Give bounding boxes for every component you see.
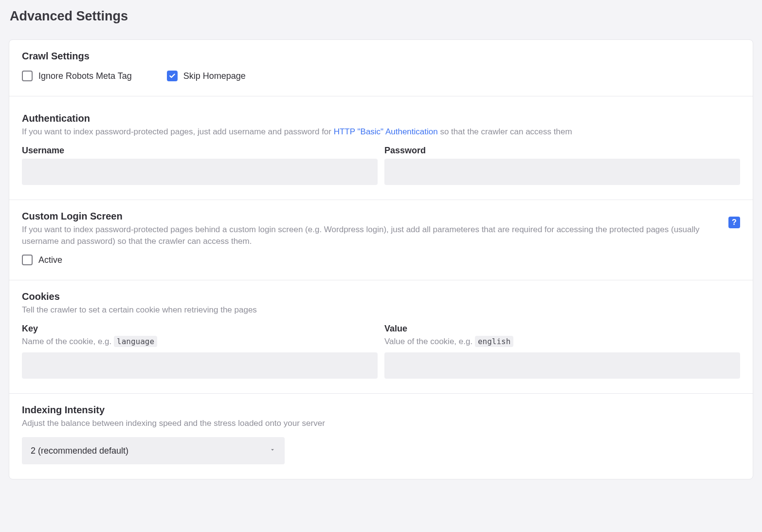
active-checkbox[interactable]: Active	[22, 255, 740, 265]
cookie-value-label: Value	[384, 324, 740, 334]
password-label: Password	[384, 146, 740, 156]
cookie-value-sub: Value of the cookie, e.g. english	[384, 337, 740, 347]
cookies-title: Cookies	[22, 291, 740, 302]
help-icon[interactable]: ?	[728, 217, 740, 228]
password-input[interactable]	[384, 159, 740, 185]
indexing-intensity-section: Indexing Intensity Adjust the balance be…	[9, 394, 753, 479]
ignore-robots-checkbox[interactable]: Ignore Robots Meta Tag	[22, 71, 132, 81]
checkbox-icon	[22, 255, 33, 265]
username-input[interactable]	[22, 159, 378, 185]
checkbox-icon	[22, 71, 33, 81]
ignore-robots-label: Ignore Robots Meta Tag	[38, 71, 132, 81]
cookie-value-input[interactable]	[384, 352, 740, 379]
cookie-key-sub: Name of the cookie, e.g. language	[22, 337, 378, 347]
cookies-section: Cookies Tell the crawler to set a certai…	[9, 280, 753, 394]
cookie-key-label: Key	[22, 324, 378, 334]
crawl-settings-section: Crawl Settings Ignore Robots Meta Tag Sk…	[9, 40, 753, 96]
custom-login-section: Custom Login Screen If you want to index…	[9, 200, 753, 281]
checkbox-icon	[167, 71, 178, 81]
active-label: Active	[38, 255, 62, 265]
cookie-key-input[interactable]	[22, 352, 378, 379]
cookies-desc: Tell the crawler to set a certain cookie…	[22, 304, 740, 316]
page-title: Advanced Settings	[10, 9, 753, 24]
custom-login-desc: If you want to index password-protected …	[22, 224, 728, 247]
indexing-intensity-select[interactable]: 2 (recommended default)	[22, 437, 285, 464]
indexing-intensity-desc: Adjust the balance between indexing spee…	[22, 418, 740, 429]
custom-login-title: Custom Login Screen	[22, 211, 728, 222]
settings-card: Crawl Settings Ignore Robots Meta Tag Sk…	[9, 39, 753, 479]
skip-homepage-label: Skip Homepage	[183, 71, 246, 81]
authentication-section: Authentication If you want to index pass…	[9, 96, 753, 200]
username-label: Username	[22, 146, 378, 156]
crawl-settings-title: Crawl Settings	[22, 51, 740, 62]
authentication-desc: If you want to index password-protected …	[22, 126, 740, 138]
authentication-title: Authentication	[22, 113, 740, 124]
skip-homepage-checkbox[interactable]: Skip Homepage	[167, 71, 246, 81]
indexing-intensity-title: Indexing Intensity	[22, 404, 740, 416]
http-basic-auth-link[interactable]: HTTP "Basic" Authentication	[334, 127, 438, 136]
